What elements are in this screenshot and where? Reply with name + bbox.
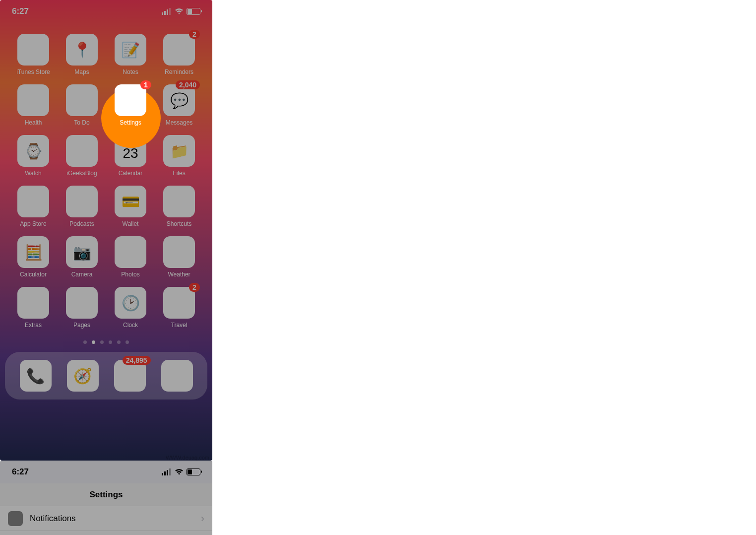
app-label: Calendar [119,170,143,177]
files-icon: 📁 [163,135,195,167]
status-bar: 6:27 [0,461,212,483]
mail-icon: ✉24,895 [114,360,146,392]
row-label: Notifications [30,514,194,524]
app-label: Photos [121,271,139,278]
page-dots[interactable] [0,340,212,344]
svg-rect-4 [162,473,163,475]
dock: 📞Phone🧭Safari✉24,895Mail♫Music [5,352,207,400]
app-label: Watch [25,170,42,177]
app-appstore[interactable]: AApp Store [11,186,56,227]
weather-icon: ☀ [163,236,195,268]
app-label: To Do [74,119,89,126]
app-itunes[interactable]: ★iTunes Store [11,34,56,75]
app-label: Weather [168,271,190,278]
app-label: Pages [73,322,90,329]
app-folder[interactable]: ▦Extras [11,287,56,329]
app-folder[interactable]: ▦2Travel [157,287,201,329]
reminders-icon: ⋮2 [163,34,195,66]
app-music[interactable]: ♫Music [161,360,193,392]
itunes-icon: ★ [17,34,49,66]
app-shortcuts[interactable]: ◧Shortcuts [157,186,201,227]
shortcuts-icon: ◧ [163,186,195,217]
badge: 2 [189,30,200,39]
app-label: App Store [20,220,46,227]
app-label: Notes [123,68,138,75]
app-phone[interactable]: 📞Phone [20,360,52,392]
todo-icon: ✔ [66,84,98,116]
app-podcasts[interactable]: ◉Podcasts [60,186,104,227]
app-label: Settings [120,119,141,126]
wallet-icon: 💳 [115,186,146,217]
clock-icon: 🕑 [115,287,146,319]
app-label: iGeeksBlog [66,170,97,177]
watch-icon: ⌚ [17,135,49,167]
settings-icon: ⚙1 [115,84,146,116]
battery-icon [187,8,200,15]
wifi-icon [175,468,184,475]
app-settings[interactable]: ⚙1Settings [108,84,153,126]
app-mail[interactable]: ✉24,895Mail [114,360,146,392]
app-label: Maps [74,68,89,75]
app-photos[interactable]: ❀Photos [108,236,153,278]
folder-icon: ▦ [17,287,49,319]
badge: 24,895 [123,356,151,365]
badge: 2 [189,283,200,292]
cellular-icon [162,468,172,475]
app-files[interactable]: 📁Files [157,135,201,177]
app-notes[interactable]: 📝Notes [108,34,153,75]
watermark: WWW.deuaq.com [166,455,209,461]
svg-rect-1 [164,11,166,15]
app-label: Calculator [20,271,47,278]
igeeks-icon: iG [66,135,98,167]
app-camera[interactable]: 📷Camera [60,236,104,278]
app-igeeks[interactable]: iGiGeeksBlog [60,135,104,177]
app-label: Extras [25,322,42,329]
app-safari[interactable]: 🧭Safari [67,360,99,392]
battery-icon [187,468,200,475]
navbar-title: Settings [89,490,123,500]
app-maps[interactable]: 📍Maps [60,34,104,75]
photos-icon: ❀ [115,236,146,268]
app-label: Shortcuts [167,220,192,227]
app-wallet[interactable]: 💳Wallet [108,186,153,227]
health-icon: ♥ [17,84,49,116]
app-weather[interactable]: ☀Weather [157,236,201,278]
app-label: Reminders [165,68,193,75]
app-label: Travel [171,322,188,329]
svg-rect-6 [167,470,168,475]
app-label: Wallet [123,220,139,227]
svg-rect-0 [162,12,163,15]
svg-rect-3 [169,8,171,15]
app-calc[interactable]: 🧮Calculator [11,236,56,278]
svg-rect-5 [164,471,166,475]
notif-icon [8,511,23,526]
app-label: Podcasts [69,220,94,227]
app-label: Camera [71,271,93,278]
svg-rect-2 [167,9,168,15]
camera-icon: 📷 [66,236,98,268]
appstore-icon: A [17,186,49,217]
row-notifications[interactable]: Notifications› [0,506,212,531]
phone-settings-list: 6:27 Settings Notifications›Sounds & Hap… [0,461,212,535]
app-reminders[interactable]: ⋮2Reminders [157,34,201,75]
home-grid: ★iTunes Store📍Maps📝Notes⋮2Reminders♥Heal… [0,23,212,329]
status-time: 6:27 [12,467,29,477]
app-label: Files [173,170,185,177]
svg-rect-7 [169,468,171,475]
row-sounds-haptics[interactable]: Sounds & Haptics› [0,531,212,535]
wifi-icon [175,8,184,15]
app-messages[interactable]: 💬2,040Messages [157,84,201,126]
badge: 2,040 [176,80,200,89]
app-pages[interactable]: ✎Pages [60,287,104,329]
app-watch[interactable]: ⌚Watch [11,135,56,177]
app-health[interactable]: ♥Health [11,84,56,126]
app-clock[interactable]: 🕑Clock [108,287,153,329]
notes-icon: 📝 [115,34,146,66]
music-icon: ♫ [161,360,193,392]
cellular-icon [162,8,172,15]
app-label: Health [25,119,42,126]
app-label: Messages [166,119,193,126]
navbar: Settings [0,483,212,506]
folder-icon: ▦2 [163,287,195,319]
app-todo[interactable]: ✔To Do [60,84,104,126]
